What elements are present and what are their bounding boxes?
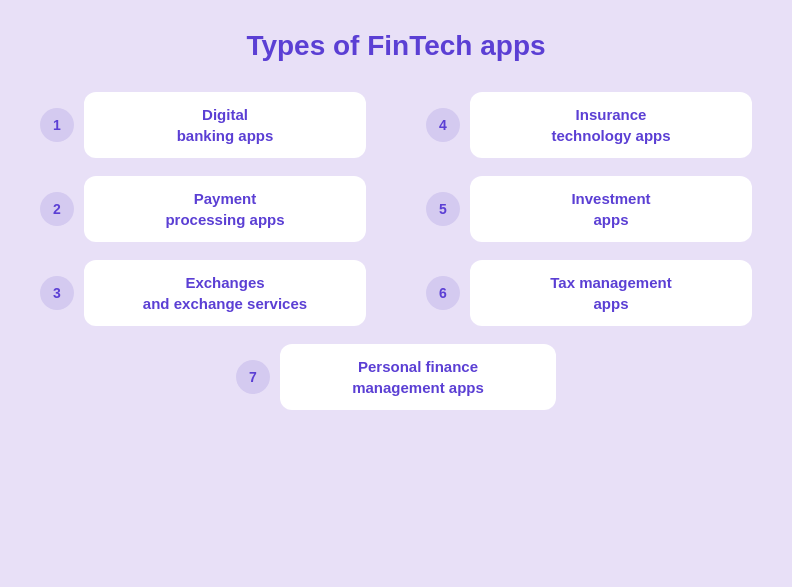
list-item: 4 Insurancetechnology apps [426,92,752,158]
item-label-7: Personal financemanagement apps [280,344,556,410]
item-label-4: Insurancetechnology apps [470,92,752,158]
item-label-6: Tax managementapps [470,260,752,326]
list-item: 3 Exchangesand exchange services [40,260,366,326]
number-badge-6: 6 [426,276,460,310]
list-item: 1 Digitalbanking apps [40,92,366,158]
list-item: 5 Investmentapps [426,176,752,242]
number-badge-1: 1 [40,108,74,142]
number-badge-5: 5 [426,192,460,226]
item-label-5: Investmentapps [470,176,752,242]
list-item: 6 Tax managementapps [426,260,752,326]
number-badge-2: 2 [40,192,74,226]
number-badge-3: 3 [40,276,74,310]
items-grid: 1 Digitalbanking apps 4 Insurancetechnol… [40,92,752,326]
list-item: 7 Personal financemanagement apps [236,344,556,410]
page-title: Types of FinTech apps [246,30,545,62]
number-badge-7: 7 [236,360,270,394]
bottom-row: 7 Personal financemanagement apps [40,344,752,410]
item-label-1: Digitalbanking apps [84,92,366,158]
number-badge-4: 4 [426,108,460,142]
item-label-3: Exchangesand exchange services [84,260,366,326]
item-label-2: Paymentprocessing apps [84,176,366,242]
list-item: 2 Paymentprocessing apps [40,176,366,242]
page-container: Types of FinTech apps 1 Digitalbanking a… [0,0,792,587]
